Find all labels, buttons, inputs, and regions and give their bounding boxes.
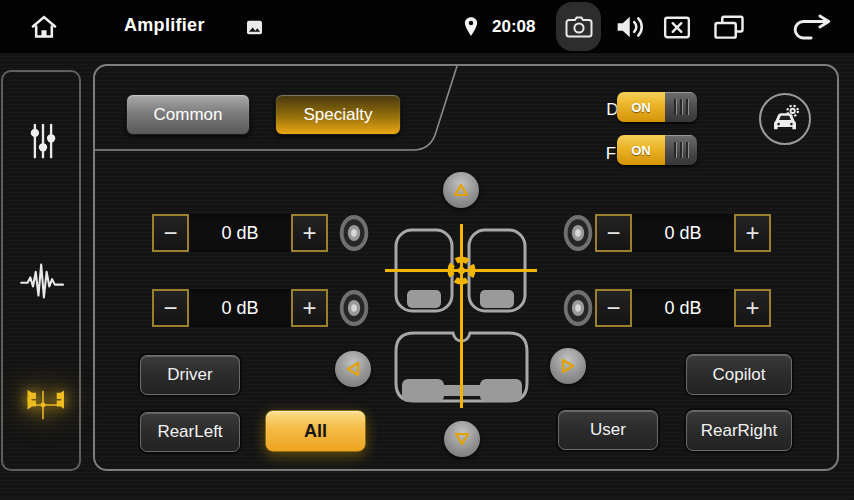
sidebar-item-equalizer[interactable] [3, 106, 83, 176]
front-right-gain-value: 0 dB [632, 214, 734, 252]
home-icon [29, 13, 59, 41]
nudge-right-button[interactable] [550, 348, 586, 384]
balance-fader-icon [22, 384, 64, 426]
location-indicator [461, 13, 481, 40]
fader-toggle[interactable]: ON [617, 135, 697, 165]
amplifier-panel: Common Specialty Delay ON Fader ON [93, 64, 839, 471]
up-triangle-icon [452, 182, 470, 198]
nudge-left-button[interactable] [335, 351, 371, 387]
down-triangle-icon [453, 431, 471, 447]
gain-row-front-left: − 0 dB + [152, 214, 328, 252]
front-left-speaker-icon [335, 212, 373, 254]
camera-icon [564, 14, 594, 40]
car-settings-button[interactable] [759, 93, 811, 145]
rear-right-minus-button[interactable]: − [595, 289, 632, 327]
gain-row-front-right: − 0 dB + [595, 214, 771, 252]
back-button[interactable] [786, 13, 834, 41]
balance-target[interactable] [451, 260, 473, 282]
right-triangle-icon [560, 357, 576, 375]
waveform-icon [19, 261, 67, 301]
fader-toggle-handle [665, 135, 697, 165]
delay-toggle-handle [665, 92, 697, 122]
volume-icon [614, 13, 648, 41]
nudge-down-button[interactable] [444, 421, 480, 457]
windows-icon [712, 14, 746, 41]
tab-specialty[interactable]: Specialty [275, 94, 401, 135]
front-left-plus-button[interactable]: + [291, 214, 328, 252]
preset-rearleft-button[interactable]: RearLeft [140, 412, 240, 452]
tab-common[interactable]: Common [126, 94, 250, 135]
preset-copilot-button[interactable]: Copilot [686, 354, 792, 395]
left-triangle-icon [345, 360, 361, 378]
equalizer-icon [25, 121, 61, 161]
front-left-minus-button[interactable]: − [152, 214, 189, 252]
sidebar [1, 70, 81, 471]
rear-right-plus-button[interactable]: + [734, 289, 771, 327]
clock: 20:08 [492, 17, 535, 37]
rear-left-speaker-icon [335, 287, 373, 329]
rear-left-gain-value: 0 dB [189, 289, 291, 327]
preset-driver-button[interactable]: Driver [140, 355, 240, 395]
home-button[interactable] [24, 10, 64, 44]
sidebar-item-balance-active[interactable] [3, 370, 83, 440]
front-left-gain-value: 0 dB [189, 214, 291, 252]
gain-row-rear-left: − 0 dB + [152, 289, 328, 327]
preset-rearright-button[interactable]: RearRight [686, 410, 792, 451]
front-right-minus-button[interactable]: − [595, 214, 632, 252]
photo-icon [245, 18, 264, 37]
preset-user-button[interactable]: User [558, 410, 658, 450]
delay-toggle[interactable]: ON [617, 92, 697, 122]
gain-row-rear-right: − 0 dB + [595, 289, 771, 327]
rear-right-speaker-icon [559, 287, 597, 329]
status-bar: Amplifier 20:08 [0, 0, 854, 53]
close-app-button[interactable] [661, 13, 693, 41]
back-arrow-icon [788, 14, 832, 41]
head-unit-screen: Amplifier 20:08 [0, 0, 854, 500]
rear-right-gain-value: 0 dB [632, 289, 734, 327]
rear-left-plus-button[interactable]: + [291, 289, 328, 327]
location-pin-icon [462, 14, 480, 40]
rear-left-minus-button[interactable]: − [152, 289, 189, 327]
close-box-icon [663, 15, 691, 40]
wallpaper-button[interactable] [244, 17, 264, 37]
camera-button[interactable] [556, 2, 601, 51]
preset-all-button[interactable]: All [265, 410, 366, 452]
nudge-up-button[interactable] [443, 172, 479, 208]
sidebar-item-sound-effect[interactable] [3, 246, 83, 316]
recent-apps-button[interactable] [710, 13, 748, 41]
volume-button[interactable] [612, 12, 650, 42]
front-right-plus-button[interactable]: + [734, 214, 771, 252]
page-title: Amplifier [124, 15, 205, 36]
fader-toggle-state: ON [617, 135, 665, 165]
delay-toggle-state: ON [617, 92, 665, 122]
car-settings-icon [767, 101, 803, 137]
front-right-speaker-icon [559, 212, 597, 254]
